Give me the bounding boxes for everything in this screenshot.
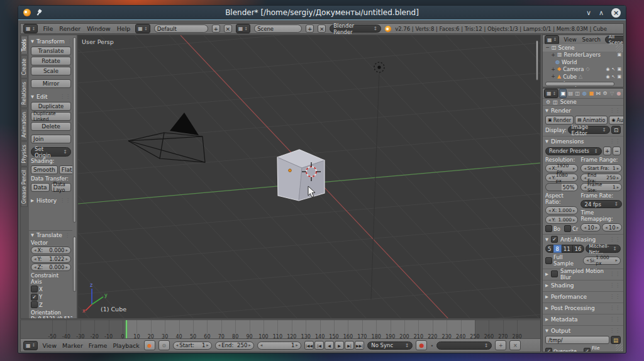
next-keyframe-icon[interactable]: ▶| [345, 341, 354, 350]
aspect-x-field[interactable]: X:1.000 [545, 206, 578, 214]
remap-new-field[interactable]: 10 [602, 223, 622, 231]
duplicate-button[interactable]: Duplicate [31, 102, 71, 111]
frame-end-field[interactable]: End Fra:250 [580, 174, 622, 182]
expand-icon[interactable]: + [551, 52, 555, 58]
metadata-panel-header[interactable]: ▶Metadata⋮⋮ [545, 315, 621, 323]
delete-keyframe-icon[interactable]: × [509, 340, 521, 350]
keyingset-lock-icon[interactable]: ⊙ [158, 340, 170, 350]
tab-grease-pencil[interactable]: Grease Pencil [21, 167, 28, 207]
duplicate-linked-button[interactable]: Duplicate Linked [31, 112, 71, 121]
display-select[interactable]: Image Editor [568, 126, 610, 134]
autokey-record-icon[interactable]: ● [144, 340, 155, 350]
scene-delete-button[interactable]: × [318, 25, 326, 33]
tab-animation[interactable]: Animation [21, 109, 28, 141]
tab-world-icon[interactable]: ◍ [581, 89, 587, 97]
menu-window[interactable]: Window [86, 25, 111, 32]
render-button[interactable]: ▣Render [545, 116, 574, 125]
timeline-editor-icon[interactable]: ▦ [23, 341, 38, 350]
record-icon[interactable]: ● [416, 340, 427, 350]
tab-relations[interactable]: Relations [21, 79, 28, 108]
cube-object[interactable] [277, 150, 325, 201]
tab-render-layers-icon[interactable]: ▤ [567, 89, 574, 97]
selectability-icon[interactable]: ↖ [612, 67, 616, 72]
expand-icon[interactable]: + [551, 74, 555, 79]
render-engine-select[interactable]: Blender Render [330, 25, 381, 33]
border-checkbox[interactable] [545, 225, 552, 232]
aa-samples-8-button[interactable]: 8 [553, 245, 561, 253]
keying-set-field[interactable] [436, 342, 492, 350]
crop-checkbox[interactable] [564, 225, 571, 232]
timeline-menu-marker[interactable]: Marker [61, 342, 84, 349]
titlebar[interactable]: Blender* [/home/sergiy/Документы/untitle… [18, 6, 626, 20]
outliner-row-cube[interactable]: + ▲ Cube △ ◉↖▣ [543, 73, 623, 81]
constraint-y-checkbox[interactable] [31, 294, 38, 301]
properties-editor-icon[interactable]: ▦ [544, 89, 558, 98]
viewport-canvas[interactable] [78, 35, 541, 319]
remap-old-field[interactable]: 10 [580, 223, 601, 231]
timeline-menu-playback[interactable]: Playback [111, 342, 140, 349]
info-editor-icon[interactable]: ▦ [23, 24, 38, 33]
outliner-row-camera[interactable]: + ◆ Camera ◇ ◉↖▣ [543, 66, 623, 74]
outliner-menu-search[interactable]: Search [581, 36, 602, 43]
camera-object[interactable] [128, 113, 205, 162]
menu-help[interactable]: Help [116, 25, 132, 32]
scene-add-button[interactable]: + [306, 25, 314, 33]
render-presets-select[interactable]: Render Presets [545, 147, 602, 155]
dimensions-panel-header[interactable]: ▼Dimensions⋮⋮ [545, 137, 621, 145]
layout-delete-button[interactable]: × [224, 25, 232, 33]
tab-modifiers-icon[interactable]: ⚙ [602, 89, 608, 97]
preset-add-button[interactable]: + [603, 147, 611, 155]
tab-object-icon[interactable]: ■ [588, 89, 594, 97]
viewport-3d[interactable]: User Persp (1) Cube z y x [77, 35, 541, 319]
overwrite-checkbox[interactable] [545, 348, 552, 353]
vector-x-field[interactable]: X:0.000 [31, 247, 71, 254]
close-icon[interactable]: × [611, 8, 621, 18]
previous-keyframe-icon[interactable]: |◀ [314, 341, 324, 350]
performance-panel-header[interactable]: ▶Performance⋮⋮ [545, 292, 621, 301]
render-panel-header[interactable]: ▼Render⋮⋮ [545, 106, 621, 114]
resolution-percentage-slider[interactable]: 50% [545, 183, 578, 191]
translate-button[interactable]: Translate [31, 47, 71, 55]
region-grip[interactable] [616, 344, 623, 351]
join-button[interactable]: Join [31, 135, 71, 143]
region-grip[interactable] [616, 45, 623, 52]
fps-select[interactable]: 24 fps [580, 200, 622, 208]
operator-panel-scrollbar[interactable] [73, 236, 76, 292]
aa-samples-16-button[interactable]: 16 [573, 245, 584, 253]
screen-layout-icon[interactable]: ▦ [135, 24, 150, 33]
layout-add-button[interactable]: + [212, 25, 220, 33]
playhead[interactable] [126, 320, 127, 340]
scale-button[interactable]: Scale [31, 67, 71, 75]
eye-icon[interactable]: ◉ [606, 67, 609, 72]
vector-z-field[interactable]: Z:0.000 [31, 264, 71, 271]
constraint-x-checkbox[interactable] [31, 286, 38, 292]
minimize-icon[interactable]: ∨ [586, 9, 591, 16]
menu-file[interactable]: File [42, 25, 54, 32]
timeline-menu-view[interactable]: View [41, 342, 58, 349]
lamp-object[interactable] [371, 62, 384, 299]
breadcrumb-scene[interactable]: Scene [560, 99, 577, 105]
output-panel-header[interactable]: ▼Output⋮⋮ [545, 326, 621, 335]
antialiasing-checkbox[interactable] [551, 236, 558, 243]
scene-browse-icon[interactable]: ▦ [236, 24, 250, 33]
jump-to-start-icon[interactable]: |◀◀ [304, 341, 314, 350]
viewport-region-scrollbar[interactable] [536, 40, 538, 81]
tab-render-icon[interactable]: ▣ [559, 89, 567, 98]
outliner-filter-select[interactable]: All Scenes [605, 36, 624, 43]
tab-material-icon[interactable]: ● [616, 89, 622, 97]
expand-icon[interactable]: + [551, 67, 555, 72]
data-layout-button[interactable]: Data Layo [51, 183, 72, 192]
collapse-icon[interactable]: − [545, 45, 550, 50]
aa-size-field[interactable]: Si:1.000 px [583, 257, 621, 265]
motion-blur-checkbox[interactable] [551, 270, 558, 277]
lock-interface-icon[interactable]: ⊡ [611, 126, 621, 134]
tool-shelf-scrollbar[interactable] [73, 37, 76, 223]
set-origin-select[interactable]: Set Origin [31, 147, 71, 157]
outliner-row-scene[interactable]: − ◫ Scene [543, 44, 623, 52]
outliner-menu-view[interactable]: View [562, 36, 577, 43]
operator-panel-header[interactable]: ▼Translate⋮⋮ [31, 232, 71, 238]
post-processing-panel-header[interactable]: ▶Post Processing⋮⋮ [545, 304, 621, 312]
renderability-icon[interactable]: ▣ [617, 74, 621, 79]
render-audio-button[interactable]: ◉Audio [609, 116, 624, 125]
tab-constraints-icon[interactable]: ⋈ [595, 89, 601, 97]
